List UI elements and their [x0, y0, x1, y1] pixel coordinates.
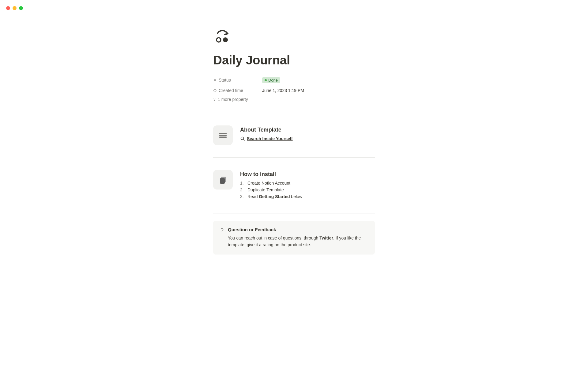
chevron-down-icon: ∨: [213, 97, 216, 102]
divider-3: [213, 213, 375, 213]
status-label: ✳ Status: [213, 78, 262, 82]
properties-section: ✳ Status Done ⊙ Created time June 1, 202…: [213, 75, 375, 103]
install-content: How to install 1. Create Notion Account …: [240, 170, 375, 201]
divider-2: [213, 157, 375, 158]
status-property-row: ✳ Status Done: [213, 75, 375, 85]
install-title: How to install: [240, 171, 375, 178]
create-notion-account-link[interactable]: Create Notion Account: [247, 181, 290, 186]
about-template-section: About Template Search Inside Yourself: [213, 121, 375, 150]
svg-rect-3: [219, 135, 227, 136]
install-icon-box: [213, 170, 233, 190]
page-title: Daily Journal: [213, 53, 375, 67]
question-icon: ?: [221, 227, 224, 234]
status-dot: [265, 79, 267, 81]
duplicate-icon: [217, 174, 228, 185]
about-title: About Template: [240, 127, 375, 133]
how-to-install-section: How to install 1. Create Notion Account …: [213, 165, 375, 206]
feedback-content: Question or Feedback You can reach out i…: [228, 227, 368, 248]
created-value: June 1, 2023 1:19 PM: [262, 88, 304, 93]
feedback-box: ? Question or Feedback You can reach out…: [213, 221, 375, 255]
close-button[interactable]: [6, 6, 10, 10]
feedback-title: Question or Feedback: [228, 227, 368, 232]
svg-rect-8: [220, 178, 225, 184]
search-icon: [240, 136, 245, 141]
svg-point-1: [223, 37, 228, 42]
feedback-text: You can reach out in case of questions, …: [228, 235, 368, 248]
svg-rect-4: [219, 137, 227, 138]
about-content: About Template Search Inside Yourself: [240, 125, 375, 141]
list-item: 2. Duplicate Template: [240, 187, 375, 192]
created-time-property-row: ⊙ Created time June 1, 2023 1:19 PM: [213, 85, 375, 96]
status-badge: Done: [262, 77, 280, 83]
list-item: 3. Read Getting Started below: [240, 194, 375, 199]
search-inside-yourself-link[interactable]: Search Inside Yourself: [240, 136, 375, 141]
clock-icon: ⊙: [213, 88, 217, 93]
rotate-icon: [213, 28, 232, 47]
layers-icon: [217, 130, 228, 141]
created-label: ⊙ Created time: [213, 88, 262, 93]
titlebar: [0, 0, 588, 16]
twitter-link[interactable]: Twitter: [319, 236, 333, 240]
install-list: 1. Create Notion Account 2. Duplicate Te…: [240, 181, 375, 199]
svg-line-6: [243, 139, 244, 140]
page-icon[interactable]: [213, 28, 375, 48]
divider-1: [213, 113, 375, 113]
about-icon-box: [213, 125, 233, 145]
more-properties-toggle[interactable]: ∨ 1 more property: [213, 96, 375, 103]
status-icon: ✳: [213, 78, 217, 82]
status-value[interactable]: Done: [262, 77, 280, 83]
minimize-button[interactable]: [13, 6, 17, 10]
list-item: 1. Create Notion Account: [240, 181, 375, 186]
svg-point-0: [217, 38, 221, 42]
maximize-button[interactable]: [19, 6, 23, 10]
main-content: Daily Journal ✳ Status Done ⊙ Created ti…: [184, 16, 404, 279]
svg-rect-2: [219, 133, 227, 134]
